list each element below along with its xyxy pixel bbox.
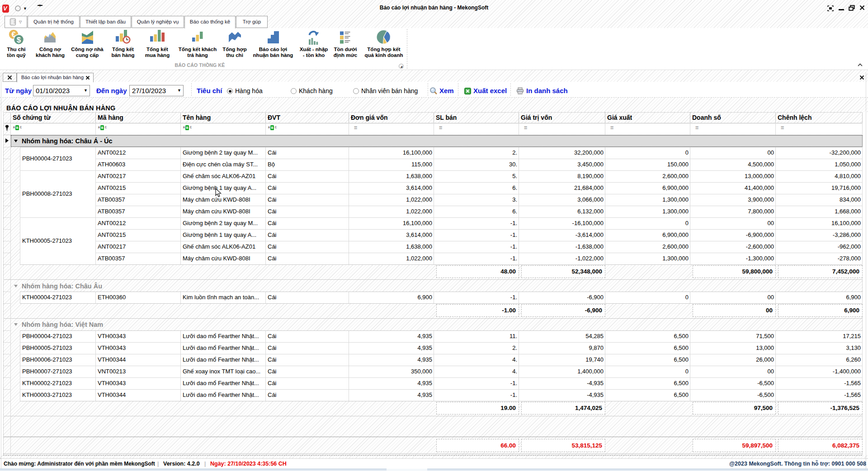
svg-text:$: $ [17,36,21,44]
